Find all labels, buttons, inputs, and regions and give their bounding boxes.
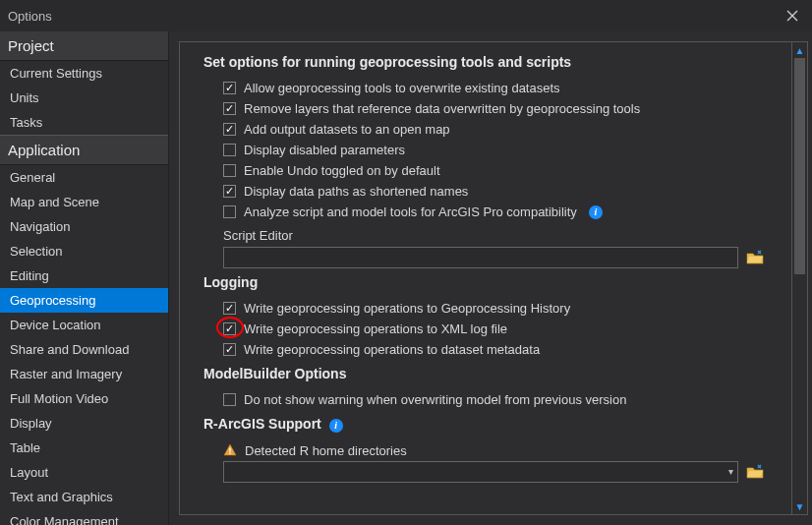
r-home-dropdown[interactable]: ▾ bbox=[223, 461, 738, 483]
label-add-output: Add output datasets to an open map bbox=[244, 122, 450, 137]
scroll-thumb[interactable] bbox=[794, 58, 805, 274]
section-title-logging: Logging bbox=[203, 274, 764, 290]
label-display-disabled: Display disabled parameters bbox=[244, 143, 405, 157]
label-log-xml: Write geoprocessing operations to XML lo… bbox=[244, 321, 507, 336]
label-analyze-tools: Analyze script and model tools for ArcGI… bbox=[244, 204, 577, 219]
sidebar-item-color-management[interactable]: Color Management bbox=[0, 509, 168, 525]
section-title-geoprocessing-run: Set options for running geoprocessing to… bbox=[203, 54, 764, 70]
close-icon[interactable] bbox=[781, 4, 804, 28]
info-icon[interactable]: i bbox=[329, 419, 343, 433]
sidebar-item-tasks[interactable]: Tasks bbox=[0, 110, 168, 135]
checkbox-remove-layers[interactable] bbox=[223, 102, 236, 115]
chevron-down-icon: ▾ bbox=[728, 466, 733, 477]
sidebar-item-general[interactable]: General bbox=[0, 165, 168, 190]
label-shortened-names: Display data paths as shortened names bbox=[244, 184, 468, 199]
sidebar-item-geoprocessing[interactable]: Geoprocessing bbox=[0, 288, 168, 313]
sidebar-item-text-and-graphics[interactable]: Text and Graphics bbox=[0, 485, 168, 509]
section-title-modelbuilder: ModelBuilder Options bbox=[203, 366, 764, 381]
options-window: Options Project Current Settings Units T… bbox=[0, 0, 812, 525]
browse-folder-icon[interactable] bbox=[746, 463, 764, 481]
r-arcgis-title-text: R-ArcGIS Support bbox=[203, 416, 321, 432]
label-enable-undo: Enable Undo toggled on by default bbox=[244, 163, 440, 178]
sidebar-item-full-motion-video[interactable]: Full Motion Video bbox=[0, 386, 168, 411]
checkbox-no-overwrite-warning[interactable] bbox=[223, 393, 236, 406]
category-header-project[interactable]: Project bbox=[0, 31, 168, 61]
info-icon[interactable]: i bbox=[589, 205, 603, 219]
checkbox-add-output[interactable] bbox=[223, 123, 236, 136]
sidebar-item-raster-and-imagery[interactable]: Raster and Imagery bbox=[0, 362, 168, 386]
sidebar-item-display[interactable]: Display bbox=[0, 411, 168, 436]
sidebar-item-table[interactable]: Table bbox=[0, 436, 168, 460]
window-title: Options bbox=[8, 9, 52, 24]
category-header-application[interactable]: Application bbox=[0, 135, 168, 165]
content-panel: Set options for running geoprocessing to… bbox=[179, 41, 792, 515]
sidebar-item-device-location[interactable]: Device Location bbox=[0, 313, 168, 337]
label-detected-r: Detected R home directories bbox=[245, 443, 407, 458]
scrollbar[interactable]: ▲ ▼ bbox=[792, 41, 808, 515]
checkbox-shortened-names[interactable] bbox=[223, 185, 236, 198]
scroll-up-icon[interactable]: ▲ bbox=[792, 42, 807, 58]
warning-icon bbox=[223, 443, 237, 457]
script-editor-label: Script Editor bbox=[203, 222, 764, 247]
sidebar-item-selection[interactable]: Selection bbox=[0, 239, 168, 263]
sidebar-item-navigation[interactable]: Navigation bbox=[0, 214, 168, 239]
sidebar-item-share-and-download[interactable]: Share and Download bbox=[0, 337, 168, 362]
checkbox-log-metadata[interactable] bbox=[223, 343, 236, 356]
titlebar: Options bbox=[0, 0, 812, 31]
checkbox-enable-undo[interactable] bbox=[223, 164, 236, 177]
checkbox-overwrite-datasets[interactable] bbox=[223, 82, 236, 94]
checkbox-display-disabled[interactable] bbox=[223, 144, 236, 156]
script-editor-input[interactable] bbox=[223, 247, 738, 268]
scroll-track[interactable] bbox=[792, 58, 807, 498]
body: Project Current Settings Units Tasks App… bbox=[0, 31, 812, 525]
scroll-down-icon[interactable]: ▼ bbox=[792, 498, 807, 514]
checkbox-log-history[interactable] bbox=[223, 302, 236, 315]
svg-rect-3 bbox=[229, 453, 230, 454]
sidebar: Project Current Settings Units Tasks App… bbox=[0, 31, 169, 525]
label-no-overwrite-warning: Do not show warning when overwriting mod… bbox=[244, 392, 626, 407]
sidebar-item-layout[interactable]: Layout bbox=[0, 460, 168, 485]
section-title-r-arcgis: R-ArcGIS Support i bbox=[203, 416, 764, 433]
label-overwrite-datasets: Allow geoprocessing tools to overwrite e… bbox=[244, 81, 560, 95]
checkbox-log-xml[interactable] bbox=[223, 322, 236, 335]
checkbox-analyze-tools[interactable] bbox=[223, 205, 236, 218]
label-log-metadata: Write geoprocessing operations to datase… bbox=[244, 342, 540, 357]
label-log-history: Write geoprocessing operations to Geopro… bbox=[244, 301, 570, 316]
sidebar-item-units[interactable]: Units bbox=[0, 86, 168, 110]
label-remove-layers: Remove layers that reference data overwr… bbox=[244, 101, 640, 116]
svg-rect-2 bbox=[229, 448, 230, 452]
sidebar-item-current-settings[interactable]: Current Settings bbox=[0, 61, 168, 86]
sidebar-item-map-and-scene[interactable]: Map and Scene bbox=[0, 190, 168, 214]
content-wrap: Set options for running geoprocessing to… bbox=[169, 31, 812, 525]
sidebar-item-editing[interactable]: Editing bbox=[0, 263, 168, 288]
browse-folder-icon[interactable] bbox=[746, 249, 764, 266]
